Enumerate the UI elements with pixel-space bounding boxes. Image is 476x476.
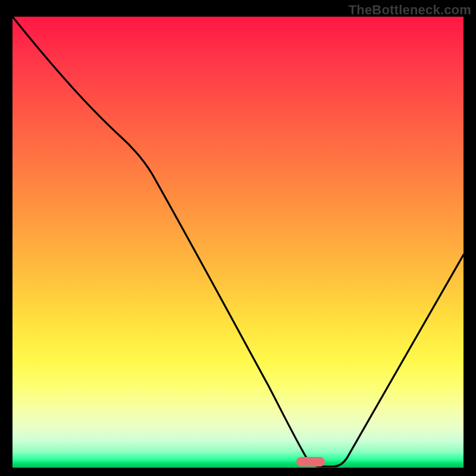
bottleneck-curve [12,17,464,468]
watermark-text: TheBottleneck.com [349,2,471,18]
plot-area [12,17,464,468]
chart-frame: TheBottleneck.com [0,0,476,476]
minimum-marker [296,457,325,466]
